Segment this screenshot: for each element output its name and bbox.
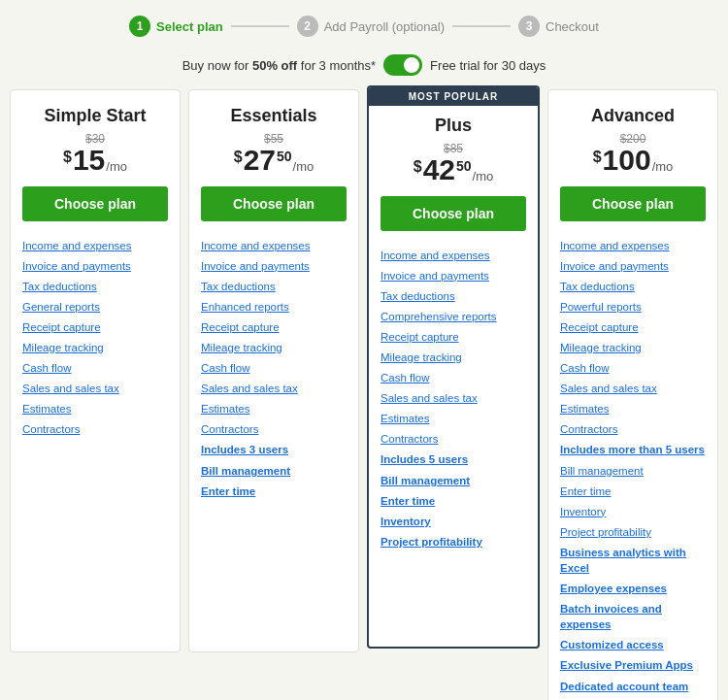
feature-item-bold[interactable]: Inventory — [381, 511, 526, 531]
plan-essentials-pricing: $55 $ 27 50 /mo — [201, 132, 347, 175]
step-3: 3 Checkout — [518, 16, 599, 37]
step-connector-1 — [231, 25, 289, 27]
feature-item[interactable]: Sales and sales tax — [201, 379, 347, 399]
feature-item[interactable]: Sales and sales tax — [560, 379, 706, 399]
feature-item[interactable]: Sales and sales tax — [381, 388, 526, 409]
feature-item-bold[interactable]: Bill management — [381, 470, 526, 490]
feature-item[interactable]: Estimates — [201, 399, 347, 419]
plan-advanced-name: Advanced — [560, 106, 706, 126]
feature-item[interactable]: General reports — [22, 296, 168, 317]
price-main: 15 — [73, 146, 105, 175]
feature-item[interactable]: Receipt capture — [381, 326, 526, 347]
price-period: /mo — [293, 160, 314, 173]
feature-item[interactable]: Cash flow — [381, 368, 526, 388]
feature-item-bold[interactable]: Exclusive Premium Apps — [560, 655, 706, 676]
plans-container: Simple Start $30 $ 15 /mo Choose plan In… — [0, 89, 728, 700]
feature-item[interactable]: Cash flow — [22, 358, 168, 379]
feature-item[interactable]: Cash flow — [560, 358, 706, 379]
feature-item-bold[interactable]: Includes 3 users — [201, 440, 347, 460]
plan-plus-choose-btn[interactable]: Choose plan — [381, 196, 526, 231]
feature-item[interactable]: Income and expenses — [381, 245, 526, 265]
plan-essentials-choose-btn[interactable]: Choose plan — [201, 186, 347, 221]
feature-item-bold[interactable]: Customized access — [560, 635, 706, 655]
trial-toggle[interactable] — [383, 54, 422, 76]
plan-simple-start-name: Simple Start — [22, 106, 168, 126]
feature-item-bold[interactable]: Dedicated account team — [560, 676, 706, 696]
feature-item[interactable]: Invoice and payments — [560, 255, 706, 276]
feature-item[interactable]: Project profitability — [560, 521, 706, 542]
feature-item[interactable]: Mileage tracking — [22, 337, 168, 357]
plan-advanced: Advanced $200 $ 100 /mo Choose plan Inco… — [547, 89, 718, 700]
step-2-label: Add Payroll (optional) — [324, 19, 445, 34]
plan-plus-name: Plus — [381, 116, 526, 136]
feature-item-bold[interactable]: Project profitability — [381, 531, 526, 551]
feature-item[interactable]: Estimates — [560, 399, 706, 419]
feature-item-bold[interactable]: Enter time — [381, 490, 526, 511]
discount-highlight: 50% off — [252, 58, 297, 73]
feature-item-bold[interactable]: Bill management — [201, 460, 347, 481]
feature-item[interactable]: Comprehensive reports — [381, 306, 526, 326]
step-connector-2 — [452, 25, 511, 27]
feature-item[interactable]: Estimates — [22, 399, 168, 419]
feature-item[interactable]: Contractors — [560, 419, 706, 440]
feature-item-bold[interactable]: Batch invoices and expenses — [560, 599, 706, 635]
feature-item[interactable]: Mileage tracking — [560, 337, 706, 357]
feature-item[interactable]: Tax deductions — [201, 276, 347, 296]
price-main: 42 — [423, 155, 455, 184]
feature-item[interactable]: Income and expenses — [560, 235, 706, 255]
feature-item[interactable]: Tax deductions — [22, 276, 168, 296]
popular-badge: MOST POPULAR — [369, 87, 538, 106]
feature-item[interactable]: Mileage tracking — [201, 337, 347, 357]
dollar-sign: $ — [234, 150, 243, 165]
feature-item-bold[interactable]: Business analytics with Excel — [560, 542, 706, 578]
plan-advanced-choose-btn[interactable]: Choose plan — [560, 186, 706, 221]
feature-item-bold[interactable]: Enter time — [201, 481, 347, 501]
feature-item[interactable]: Receipt capture — [560, 317, 706, 337]
feature-item[interactable]: Enter time — [560, 481, 706, 501]
price-period: /mo — [106, 160, 127, 173]
step-1-circle: 1 — [129, 16, 150, 37]
plan-advanced-pricing: $200 $ 100 /mo — [560, 132, 706, 175]
plan-simple-start-choose-btn[interactable]: Choose plan — [22, 186, 168, 221]
toggle-text-after: for 3 months* — [297, 58, 376, 73]
feature-item[interactable]: Cash flow — [201, 358, 347, 379]
plan-plus-pricing: $85 $ 42 50 /mo — [381, 142, 526, 184]
feature-item-bold[interactable]: On-demand training — [560, 696, 706, 700]
feature-item[interactable]: Bill management — [560, 460, 706, 481]
feature-item[interactable]: Contractors — [201, 419, 347, 440]
feature-item[interactable]: Invoice and payments — [381, 265, 526, 285]
feature-item[interactable]: Tax deductions — [560, 276, 706, 296]
plan-plus-current-price: $ 42 50 /mo — [381, 155, 526, 184]
toggle-text-before: Buy now for 50% off for 3 months* — [182, 58, 376, 73]
feature-item[interactable]: Receipt capture — [201, 317, 347, 337]
step-1-label: Select plan — [156, 19, 223, 34]
feature-item[interactable]: Income and expenses — [22, 235, 168, 255]
feature-item[interactable]: Tax deductions — [381, 285, 526, 306]
feature-item[interactable]: Sales and sales tax — [22, 379, 168, 399]
price-period: /mo — [473, 170, 494, 183]
feature-item-bold[interactable]: Includes more than 5 users — [560, 440, 706, 460]
feature-item[interactable]: Enhanced reports — [201, 296, 347, 317]
feature-item[interactable]: Contractors — [381, 429, 526, 450]
dollar-sign: $ — [593, 150, 602, 165]
feature-item[interactable]: Invoice and payments — [201, 255, 347, 276]
feature-item[interactable]: Mileage tracking — [381, 347, 526, 367]
feature-item[interactable]: Inventory — [560, 501, 706, 521]
feature-item-bold[interactable]: Employee expenses — [560, 579, 706, 599]
feature-item[interactable]: Receipt capture — [22, 317, 168, 337]
feature-item[interactable]: Invoice and payments — [22, 255, 168, 276]
plan-essentials-name: Essentials — [201, 106, 347, 126]
plan-advanced-current-price: $ 100 /mo — [560, 146, 706, 175]
price-fraction: 50 — [277, 150, 292, 163]
feature-item[interactable]: Contractors — [22, 419, 168, 440]
feature-item[interactable]: Estimates — [381, 409, 526, 429]
step-2-circle: 2 — [297, 16, 318, 37]
feature-item[interactable]: Powerful reports — [560, 296, 706, 317]
price-main: 100 — [603, 146, 651, 175]
feature-item[interactable]: Income and expenses — [201, 235, 347, 255]
feature-item-bold[interactable]: Includes 5 users — [381, 450, 526, 470]
stepper: 1 Select plan 2 Add Payroll (optional) 3… — [0, 0, 728, 47]
step-1: 1 Select plan — [129, 16, 223, 37]
plan-essentials-features: Income and expenses Invoice and payments… — [201, 235, 347, 501]
price-fraction: 50 — [456, 159, 472, 173]
